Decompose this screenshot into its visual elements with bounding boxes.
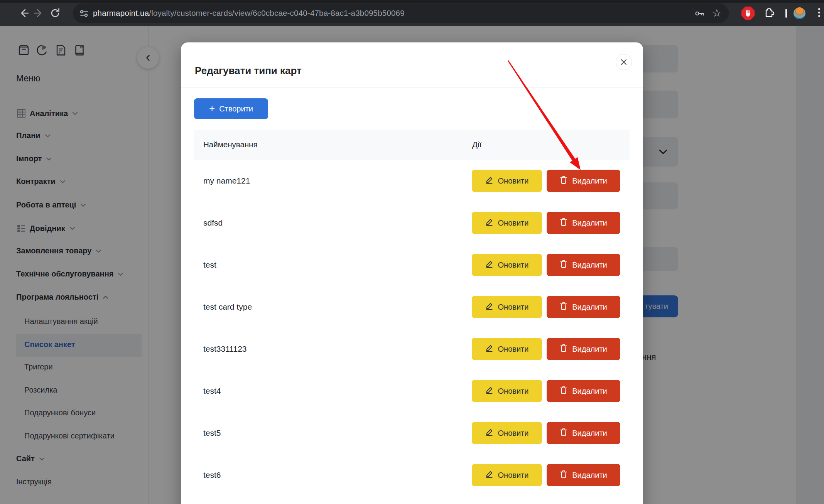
trash-icon: [560, 176, 567, 186]
trash-icon: [560, 260, 567, 270]
card-type-name: test card type: [203, 302, 252, 312]
pencil-icon: [485, 260, 493, 270]
url-path: /loyalty/customer-cards/view/6c0cbcae-c0…: [149, 8, 405, 17]
card-type-name: test4: [203, 386, 221, 396]
trash-icon: [560, 344, 567, 354]
browser-toolbar: pharmapoint.ua/loyalty/customer-cards/vi…: [0, 0, 824, 26]
back-icon[interactable]: [17, 7, 30, 20]
modal-title: Редагувати типи карт: [195, 65, 302, 77]
card-type-name: sdfsd: [203, 218, 223, 228]
table-row: test5ОновитиВидалити: [194, 412, 630, 454]
card-type-name: test: [203, 260, 216, 270]
column-header-name: Найменування: [203, 140, 258, 149]
table-row: test card typeОновитиВидалити: [194, 286, 630, 328]
pencil-icon: [485, 218, 493, 228]
plus-icon: +: [209, 103, 215, 115]
window-top-strip: [0, 0, 824, 3]
screen: pharmapoint.ua/loyalty/customer-cards/vi…: [0, 0, 824, 504]
forward-icon[interactable]: [32, 7, 45, 20]
delete-button-row-2[interactable]: Видалити: [547, 254, 620, 276]
table-header: Найменування Дії: [194, 130, 630, 160]
update-button-row-1[interactable]: Оновити: [472, 212, 542, 234]
edit-card-types-modal: Редагувати типи карт + Створити Найменув…: [181, 42, 643, 504]
table-row: test6ОновитиВидалити: [194, 454, 630, 496]
browser-menu-icon[interactable]: [818, 7, 821, 20]
trash-icon: [560, 428, 567, 438]
trash-icon: [560, 218, 567, 228]
bookmark-star-icon[interactable]: ☆: [711, 7, 723, 20]
trash-icon: [560, 386, 567, 396]
card-type-name: my name121: [203, 176, 250, 185]
table-row: my name121ОновитиВидалити: [194, 160, 630, 202]
delete-button-row-7[interactable]: Видалити: [547, 464, 620, 486]
pencil-icon: [485, 470, 493, 480]
create-button[interactable]: + Створити: [194, 98, 268, 119]
table-row: test3311123ОновитиВидалити: [194, 328, 630, 370]
adblock-extension-icon[interactable]: [741, 7, 755, 20]
url-text[interactable]: pharmapoint.ua/loyalty/customer-cards/vi…: [93, 8, 405, 18]
profile-avatar[interactable]: [794, 7, 805, 19]
close-button[interactable]: [616, 54, 632, 70]
trash-icon: [560, 470, 567, 480]
delete-button-row-0[interactable]: Видалити: [547, 170, 620, 192]
modal-header-divider: [181, 87, 643, 88]
update-button-row-2[interactable]: Оновити: [472, 254, 542, 276]
pencil-icon: [485, 176, 493, 186]
update-button-row-0[interactable]: Оновити: [472, 170, 542, 192]
pencil-icon: [485, 302, 493, 312]
pencil-icon: [485, 344, 493, 354]
table-row: sdfsdОновитиВидалити: [194, 202, 630, 244]
url-bar[interactable]: pharmapoint.ua/loyalty/customer-cards/vi…: [73, 3, 729, 23]
card-type-name: test6: [203, 470, 221, 480]
reload-icon[interactable]: [49, 7, 62, 20]
password-key-icon[interactable]: [694, 8, 705, 19]
delete-button-row-5[interactable]: Видалити: [547, 380, 620, 402]
site-settings-icon[interactable]: [79, 8, 89, 19]
url-domain: pharmapoint.ua: [93, 8, 149, 17]
update-button-row-5[interactable]: Оновити: [472, 380, 542, 402]
extensions-puzzle-icon[interactable]: [762, 7, 775, 20]
delete-button-row-4[interactable]: Видалити: [547, 338, 620, 360]
column-header-actions: Дії: [472, 140, 481, 149]
page-content: Меню АналітикаПланиІмпортКонтрактиРобота…: [0, 26, 824, 504]
table-row: testОновитиВидалити: [194, 244, 630, 286]
update-button-row-4[interactable]: Оновити: [472, 338, 542, 360]
delete-button-row-3[interactable]: Видалити: [547, 296, 620, 318]
update-button-row-3[interactable]: Оновити: [472, 296, 542, 318]
delete-button-row-1[interactable]: Видалити: [547, 212, 620, 234]
trash-icon: [560, 302, 567, 312]
toolbar-separator: [785, 9, 787, 18]
pencil-icon: [485, 428, 493, 438]
card-type-name: test5: [203, 428, 221, 438]
card-type-name: test3311123: [203, 344, 247, 354]
update-button-row-6[interactable]: Оновити: [472, 422, 542, 444]
delete-button-row-6[interactable]: Видалити: [547, 422, 620, 444]
table-row: test4ОновитиВидалити: [194, 370, 630, 412]
pencil-icon: [485, 386, 493, 396]
update-button-row-7[interactable]: Оновити: [472, 464, 542, 486]
